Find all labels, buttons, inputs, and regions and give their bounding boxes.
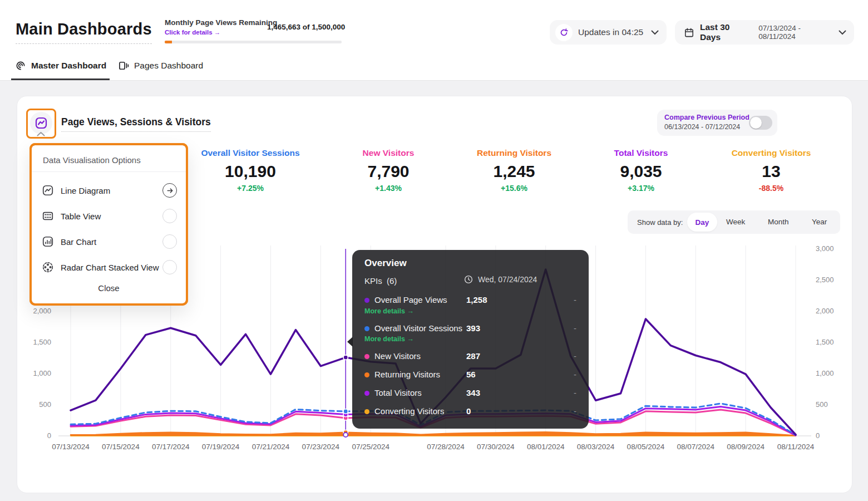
tooltip-date: Wed, 07/24/2024 [463, 274, 537, 284]
compare-label: Compare Previous Period [664, 114, 749, 121]
option-radar-chart[interactable]: Radar Chart Stacked View [32, 254, 186, 280]
kpi-returning-visitors: Returning Visitors 1,245 +15.6% [447, 148, 581, 193]
kpi-change: +1.43% [322, 184, 455, 193]
option-table-view[interactable]: Table View [32, 203, 186, 229]
date-range-button[interactable]: Last 30 Days 07/13/2024 - 08/11/2024 [675, 20, 854, 45]
tooltip-row: Overall Page Views 1,258 - [352, 294, 589, 306]
kpi-converting-visitors: Converting Visitors 13 -88.5% [704, 148, 838, 193]
kpi-new-visitors: New Visitors 7,790 +1.43% [322, 148, 455, 193]
option-bar-chart[interactable]: Bar Chart [32, 229, 186, 254]
arrow-right-circle-icon[interactable] [162, 183, 177, 198]
line-chart-icon [34, 116, 48, 130]
tooltip-row: Converting Visitors 0 - [352, 405, 589, 418]
kpi-label: New Visitors [322, 148, 455, 158]
quota-details-link[interactable]: Click for details → [165, 29, 277, 36]
radio-circle[interactable] [162, 234, 177, 249]
radio-circle[interactable] [162, 209, 177, 223]
tooltip-row: Total Visitors 343 - [352, 387, 589, 399]
kpi-value: 7,790 [322, 162, 455, 181]
kpi-label: Total Visitors [574, 148, 708, 158]
pages-icon [118, 60, 129, 71]
kpi-label: Overall Visitor Sessions [184, 148, 317, 158]
kpi-total-visitors: Total Visitors 9,035 +3.17% [574, 148, 708, 193]
kpi-value: 10,190 [184, 162, 317, 181]
granularity-year[interactable]: Year [812, 218, 827, 226]
option-label: Radar Chart Stacked View [61, 263, 159, 272]
chevron-down-icon [651, 30, 659, 35]
granularity-week[interactable]: Week [726, 218, 745, 226]
kpi-label: Converting Visitors [704, 148, 838, 158]
granularity-day[interactable]: Day [687, 213, 717, 232]
option-label: Line Diagram [61, 186, 110, 195]
kpi-change: +7.25% [184, 184, 317, 193]
radar-icon [42, 261, 54, 273]
tooltip-title: Overview [364, 258, 407, 269]
panel-title: Data Visualisation Options [43, 155, 141, 165]
compare-range: 06/13/2024 - 07/12/2024 [664, 123, 740, 131]
refresh-icon [555, 24, 573, 41]
quota-progress-track [165, 41, 342, 43]
more-details-link[interactable]: More details → [364, 335, 414, 343]
tooltip-row: Overall Visitor Sessions 393 - [352, 322, 589, 335]
quota-label: Monthly Page Views Remaining [165, 18, 277, 27]
spiral-icon [15, 60, 26, 71]
toggle-knob [750, 117, 762, 129]
panel-close-button[interactable]: Close [32, 283, 186, 293]
tooltip-row: New Visitors 287 - [352, 350, 589, 362]
option-line-diagram[interactable]: Line Diagram [32, 178, 186, 203]
date-range-value: 07/13/2024 - 08/11/2024 [758, 24, 839, 41]
quota-value: 1,465,663 of 1,500,000 [267, 23, 345, 31]
kpi-value: 1,245 [447, 162, 581, 181]
chevron-down-icon [839, 30, 846, 35]
bar-chart-icon [42, 235, 54, 248]
updates-button[interactable]: Updates in 04:25 [550, 20, 667, 45]
compare-toggle[interactable] [749, 116, 772, 130]
option-label: Bar Chart [61, 237, 96, 247]
tab-label: Master Dashboard [31, 61, 106, 71]
kpi-label: Returning Visitors [447, 148, 581, 158]
calendar-icon [684, 27, 694, 38]
more-details-link[interactable]: More details → [364, 307, 414, 315]
line-chart-icon [42, 184, 54, 197]
page-title: Main Dashboards [16, 20, 152, 44]
tooltip-row: Returning Visitors 56 - [352, 369, 589, 381]
date-range-label: Last 30 Days [700, 22, 752, 42]
compare-section: Compare Previous Period 06/13/2024 - 07/… [657, 110, 777, 136]
kpi-change: +3.17% [574, 184, 708, 193]
top-header: Main Dashboards Monthly Page Views Remai… [0, 0, 868, 81]
tab-pages-dashboard[interactable]: Pages Dashboard [118, 60, 203, 71]
active-tab-underline [11, 78, 110, 80]
option-label: Table View [61, 212, 101, 221]
quota-section: Monthly Page Views Remaining Click for d… [165, 18, 277, 36]
clock-icon [463, 274, 474, 284]
kpi-overall-visitor-sessions: Overall Visitor Sessions 10,190 +7.25% [184, 148, 317, 193]
chart-tooltip: Overview KPIs (6) Wed, 07/24/2024 Overal… [352, 250, 589, 429]
granularity-month[interactable]: Month [768, 218, 789, 226]
show-data-by-bar: Show data by: Day Week Month Year [628, 210, 840, 234]
chart-type-button[interactable] [30, 112, 52, 134]
card-title: Page Views, Sessions & Visitors [61, 116, 211, 132]
updates-label: Updates in 04:25 [578, 27, 643, 37]
kpi-value: 13 [704, 162, 838, 181]
tab-master-dashboard[interactable]: Master Dashboard [15, 60, 106, 71]
tooltip-kpis-label: KPIs (6) [364, 276, 397, 286]
tab-label: Pages Dashboard [134, 61, 203, 71]
show-data-by-label: Show data by: [637, 218, 683, 227]
kpi-change: -88.5% [704, 184, 838, 193]
data-visualisation-panel: Data Visualisation Options Line Diagram … [29, 143, 188, 306]
table-icon [42, 210, 54, 222]
quota-progress-fill [165, 41, 172, 43]
panel-divider [32, 171, 186, 172]
kpi-value: 9,035 [574, 162, 708, 181]
kpi-change: +15.6% [447, 184, 581, 193]
chevron-up-icon [37, 132, 45, 136]
radio-circle[interactable] [162, 260, 177, 274]
